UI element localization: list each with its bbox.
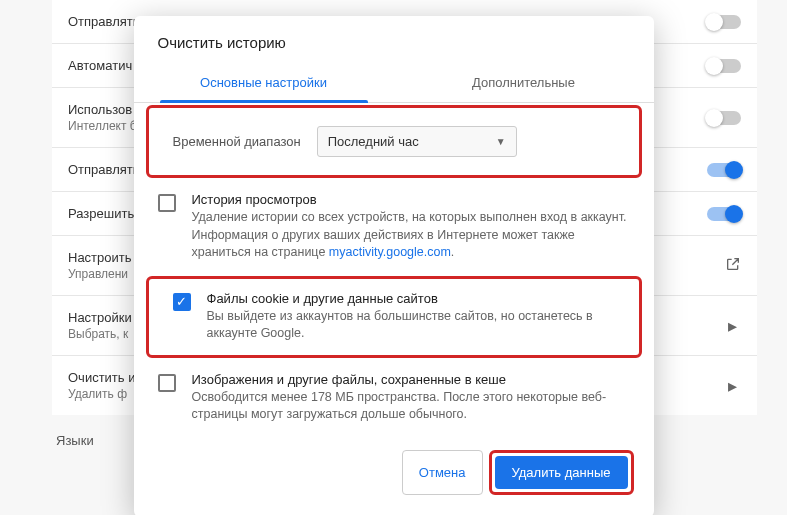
time-range-label: Временной диапазон bbox=[173, 134, 301, 149]
open-external-icon bbox=[725, 256, 741, 276]
option-title: Файлы cookie и другие данные сайтов bbox=[207, 291, 615, 306]
clear-data-button[interactable]: Удалить данные bbox=[495, 456, 628, 489]
toggle[interactable] bbox=[707, 15, 741, 29]
toggle[interactable] bbox=[707, 207, 741, 221]
clear-history-dialog: Очистить историю Основные настройки Допо… bbox=[134, 16, 654, 515]
option-desc: Освободится менее 178 МБ пространства. П… bbox=[192, 389, 630, 424]
cancel-button[interactable]: Отмена bbox=[402, 450, 483, 495]
chevron-down-icon: ▼ bbox=[496, 136, 506, 147]
chevron-right-icon: ▸ bbox=[724, 375, 741, 397]
toggle[interactable] bbox=[707, 163, 741, 177]
checkbox[interactable]: ✓ bbox=[173, 293, 191, 311]
toggle[interactable] bbox=[707, 59, 741, 73]
option-title: История просмотров bbox=[192, 192, 630, 207]
highlight-time-range: Временной диапазон Последний час ▼ bbox=[146, 105, 642, 178]
tab-advanced[interactable]: Дополнительные bbox=[394, 65, 654, 102]
option-desc: Удаление истории со всех устройств, на к… bbox=[192, 209, 630, 262]
checkbox[interactable] bbox=[158, 194, 176, 212]
tabs: Основные настройки Дополнительные bbox=[134, 65, 654, 103]
option-browsing-history[interactable]: История просмотров Удаление истории со в… bbox=[134, 180, 654, 274]
option-title: Изображения и другие файлы, сохраненные … bbox=[192, 372, 630, 387]
option-desc: Вы выйдете из аккаунтов на большинстве с… bbox=[207, 308, 615, 343]
chevron-right-icon: ▸ bbox=[724, 315, 741, 337]
toggle[interactable] bbox=[707, 111, 741, 125]
time-range-select[interactable]: Последний час ▼ bbox=[317, 126, 517, 157]
option-cookies[interactable]: ✓ Файлы cookie и другие данные сайтов Вы… bbox=[149, 279, 639, 355]
option-cached-images[interactable]: Изображения и другие файлы, сохраненные … bbox=[134, 360, 654, 436]
highlight-clear-button: Удалить данные bbox=[489, 450, 634, 495]
tab-basic[interactable]: Основные настройки bbox=[134, 65, 394, 102]
dialog-actions: Отмена Удалить данные bbox=[134, 436, 654, 501]
dialog-title: Очистить историю bbox=[134, 16, 654, 65]
highlight-cookies-option: ✓ Файлы cookie и другие данные сайтов Вы… bbox=[146, 276, 642, 358]
time-range-value: Последний час bbox=[328, 134, 419, 149]
checkbox[interactable] bbox=[158, 374, 176, 392]
myactivity-link[interactable]: myactivity.google.com bbox=[329, 245, 451, 259]
